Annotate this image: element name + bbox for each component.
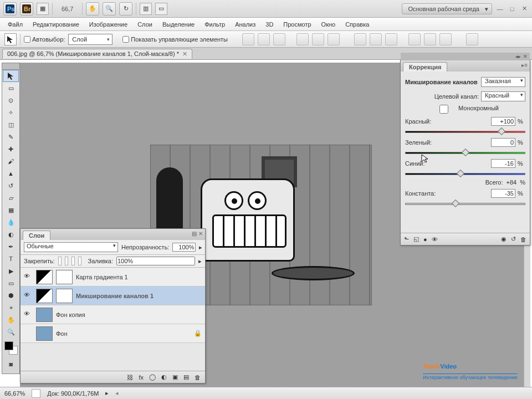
ps-logo-icon[interactable]: Ps	[3, 2, 17, 16]
hand-tool2-icon[interactable]: ✋	[3, 314, 19, 326]
reset-icon[interactable]: ↺	[511, 236, 516, 243]
clip-layer-icon[interactable]: ●	[423, 236, 427, 243]
tab-close-icon[interactable]: ✕	[182, 50, 187, 58]
lock-pixels-icon[interactable]	[65, 257, 68, 265]
pen-tool-icon[interactable]: ✒	[3, 241, 19, 253]
fill-input[interactable]	[116, 257, 195, 265]
layer-name[interactable]: Фон	[56, 330, 68, 337]
menu-window[interactable]: Окно	[317, 19, 340, 29]
align-left-icon[interactable]	[296, 33, 309, 45]
layer-row[interactable]: 👁 Карта градиента 1	[21, 268, 205, 287]
maximize-icon[interactable]: □	[508, 4, 516, 13]
mask-thumb[interactable]	[56, 270, 73, 284]
color-swatch[interactable]	[4, 341, 18, 355]
monochrome-checkbox[interactable]: Монохромный	[432, 105, 499, 114]
dist-hcenter-icon[interactable]	[424, 33, 436, 45]
delete-layer-icon[interactable]: 🗑	[195, 374, 201, 381]
zoom-tool2-icon[interactable]: 🔍	[3, 326, 19, 338]
panel-menu-icon[interactable]: ▤ ✕	[192, 231, 203, 237]
show-transform-checkbox[interactable]: Показать управляющие элементы	[122, 36, 228, 43]
lock-all-icon[interactable]	[78, 257, 81, 265]
menu-select[interactable]: Выделение	[158, 19, 199, 29]
workspace-switcher[interactable]: Основная рабочая среда	[402, 3, 492, 14]
toolbox-grip[interactable]	[2, 63, 19, 70]
gradient-tool-icon[interactable]: ▦	[3, 204, 19, 216]
layer-thumb[interactable]	[36, 326, 53, 341]
toggle-visibility-icon[interactable]: 👁	[432, 236, 438, 243]
green-input[interactable]	[491, 138, 515, 147]
new-layer-icon[interactable]: ▤	[183, 374, 189, 381]
opacity-flyout-icon[interactable]: ▸	[199, 244, 202, 251]
menu-image[interactable]: Изображение	[85, 19, 132, 29]
marquee-tool-icon[interactable]: ▭	[3, 82, 19, 94]
menu-layers[interactable]: Слои	[133, 19, 157, 29]
auto-align-icon[interactable]	[466, 33, 478, 45]
crop-tool-icon[interactable]: ◫	[3, 119, 19, 131]
zoom-level[interactable]: 66,7	[56, 6, 79, 12]
3d-camera-icon[interactable]: ⌖	[3, 301, 19, 314]
arrange-docs-dropdown[interactable]: ▥	[140, 3, 152, 15]
layer-row[interactable]: 👁 Микширование каналов 1	[21, 287, 205, 305]
dist-left-icon[interactable]	[408, 33, 421, 45]
brush-tool-icon[interactable]: 🖌	[3, 155, 19, 167]
zoom-tool-icon[interactable]: 🔍	[103, 2, 116, 16]
red-slider[interactable]	[405, 129, 525, 135]
preset-combo[interactable]: Заказная	[481, 77, 525, 87]
type-tool-icon[interactable]: T	[3, 253, 19, 265]
layer-fx-icon[interactable]: fx	[139, 374, 144, 381]
opacity-input[interactable]	[172, 243, 196, 252]
link-layers-icon[interactable]: ⛓	[127, 374, 133, 381]
visibility-icon[interactable]	[24, 329, 33, 338]
hand-tool-icon[interactable]: ✋	[86, 2, 99, 16]
fill-flyout-icon[interactable]: ▸	[198, 258, 202, 265]
current-tool-icon[interactable]	[4, 33, 17, 45]
history-brush-icon[interactable]: ↺	[3, 180, 19, 192]
add-mask-icon[interactable]: ◯	[149, 374, 156, 381]
align-bottom-icon[interactable]	[273, 33, 285, 45]
menu-file[interactable]: Файл	[3, 19, 27, 29]
expand-view-icon[interactable]: ◱	[413, 236, 419, 243]
move-tool-icon[interactable]	[3, 70, 19, 82]
menu-edit[interactable]: Редактирование	[28, 19, 84, 29]
green-slider[interactable]	[405, 150, 525, 156]
align-right-icon[interactable]	[328, 33, 340, 45]
align-vcenter-icon[interactable]	[258, 33, 270, 45]
dodge-tool-icon[interactable]: ◐	[3, 228, 19, 241]
output-channel-combo[interactable]: Красный	[481, 91, 525, 101]
delete-adjustment-icon[interactable]: 🗑	[520, 236, 526, 243]
layer-thumb[interactable]	[36, 308, 53, 322]
constant-input[interactable]	[491, 189, 515, 198]
menu-analysis[interactable]: Анализ	[231, 19, 260, 29]
panel-close-icon[interactable]: ✕	[523, 54, 528, 59]
dist-bottom-icon[interactable]	[385, 33, 397, 45]
document-tab[interactable]: 006.jpg @ 66,7% (Микширование каналов 1,…	[2, 49, 192, 59]
layer-name[interactable]: Фон копия	[56, 311, 85, 318]
stamp-tool-icon[interactable]: ▲	[3, 167, 19, 180]
panel-menu-icon[interactable]: ▸≡	[521, 62, 528, 68]
layer-row[interactable]: Фон 🔒	[21, 324, 205, 343]
new-group-icon[interactable]: ▣	[172, 374, 178, 381]
dist-top-icon[interactable]	[354, 33, 366, 45]
blue-slider[interactable]	[405, 171, 525, 177]
blur-tool-icon[interactable]: 💧	[3, 216, 19, 228]
dist-right-icon[interactable]	[439, 33, 452, 45]
red-input[interactable]	[491, 117, 515, 126]
dist-vcenter-icon[interactable]	[370, 33, 382, 45]
menu-help[interactable]: Справка	[341, 19, 374, 29]
layer-thumb[interactable]	[36, 289, 53, 303]
blue-input[interactable]	[491, 159, 515, 168]
menu-view[interactable]: Просмотр	[279, 19, 315, 29]
eyedropper-tool-icon[interactable]: ✎	[3, 131, 19, 143]
wand-tool-icon[interactable]: ✧	[3, 106, 19, 119]
screen-mode-dropdown[interactable]: ▭	[155, 3, 167, 15]
panel-collapse-icon[interactable]: ◂▸	[515, 54, 521, 59]
auto-select-combo[interactable]: Слой	[68, 34, 112, 45]
status-flyout-icon[interactable]: ▸	[105, 390, 109, 397]
mask-thumb[interactable]	[56, 289, 73, 303]
close-icon[interactable]: ✕	[520, 4, 529, 13]
heal-tool-icon[interactable]: ✚	[3, 143, 19, 155]
blend-mode-combo[interactable]: Обычные	[24, 242, 118, 252]
eraser-tool-icon[interactable]: ▱	[3, 192, 19, 204]
status-zoom[interactable]: 66,67%	[4, 390, 25, 397]
visibility-icon[interactable]: 👁	[24, 310, 33, 319]
